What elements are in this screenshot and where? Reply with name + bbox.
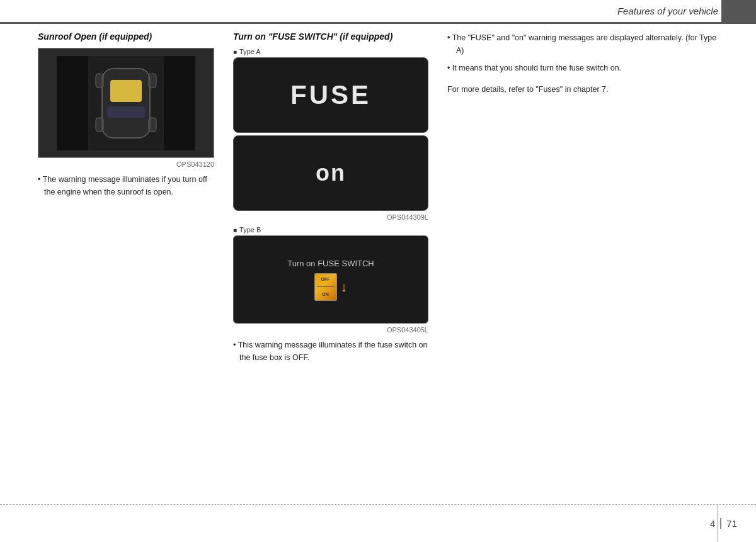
sunroof-image (38, 48, 214, 158)
left-column: Sunroof Open (if equipped) (38, 31, 214, 492)
fuse-text: FUSE (290, 80, 371, 110)
sunroof-image-caption: OPS043120 (38, 161, 214, 168)
header-title: Features of your vehicle (617, 6, 718, 16)
switch-graphic: OFF ON ↓ (314, 273, 348, 301)
footer-vline (718, 505, 718, 542)
type-a-caption: OPS044309L (233, 213, 428, 221)
svg-rect-4 (110, 80, 142, 102)
svg-rect-3 (102, 69, 150, 138)
right-bullet-2: It means that you should turn the fuse s… (447, 62, 718, 74)
on-text: on (316, 160, 346, 186)
sunroof-illustration (57, 56, 195, 150)
main-content: Sunroof Open (if equipped) (38, 31, 718, 492)
on-display: on (233, 135, 428, 211)
for-more-text: For more details, refer to "Fuses" in ch… (447, 83, 718, 96)
mid-section-title: Turn on "FUSE SWITCH" (if equipped) (233, 31, 428, 42)
svg-rect-1 (57, 56, 88, 150)
page-number-left: 4 (710, 518, 721, 529)
svg-rect-5 (107, 106, 145, 118)
type-b-display: Turn on FUSE SWITCH OFF ON ↓ (233, 235, 428, 324)
page-number-right: 71 (721, 518, 737, 529)
switch-label: Turn on FUSE SWITCH (287, 259, 374, 268)
left-section-title: Sunroof Open (if equipped) (38, 31, 214, 42)
svg-rect-2 (164, 56, 195, 150)
mid-column: Turn on "FUSE SWITCH" (if equipped) Type… (233, 31, 428, 492)
type-a-label: Type A (233, 48, 428, 55)
switch-on-label: ON (322, 292, 329, 296)
right-bullet-1: The "FUSE" and "on" warning messages are… (447, 31, 718, 57)
page-footer: 4 71 (0, 504, 756, 542)
right-column: The "FUSE" and "on" warning messages are… (447, 31, 718, 492)
arrow-down-icon: ↓ (341, 279, 348, 295)
page-numbers: 4 71 (710, 518, 737, 529)
switch-block: OFF ON (314, 273, 337, 301)
page-header: Features of your vehicle (0, 0, 756, 24)
sunroof-bullet: The warning message illuminates if you t… (38, 173, 214, 198)
switch-off-label: OFF (321, 277, 330, 281)
fuse-display: FUSE (233, 57, 428, 133)
type-b-caption: OPS043405L (233, 326, 428, 334)
header-dark-block (721, 0, 756, 24)
type-b-label: Type B (233, 226, 428, 234)
mid-bullet: This warning message illuminates if the … (233, 339, 428, 364)
